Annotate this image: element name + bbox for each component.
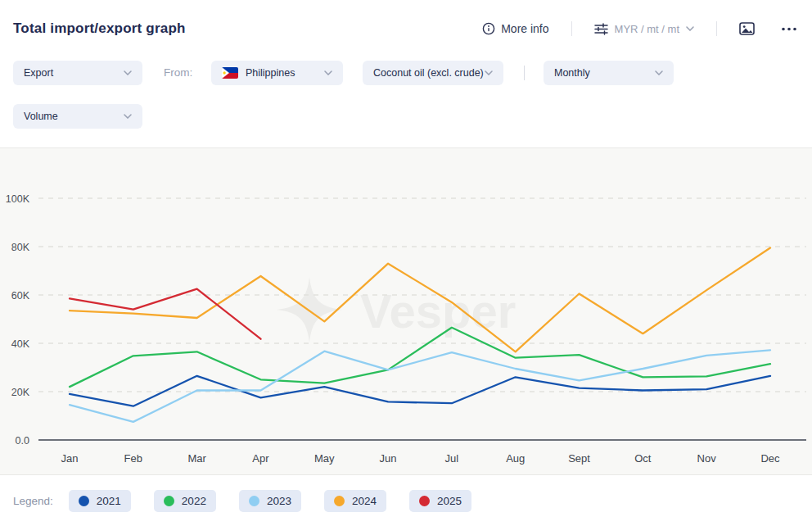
chevron-down-icon [655, 70, 663, 75]
export-image-button[interactable] [739, 22, 755, 35]
x-tick-label-Jul: Jul [445, 452, 459, 465]
x-tick-label-Dec: Dec [760, 452, 780, 465]
legend-item-2025[interactable]: 2025 [409, 490, 471, 512]
x-tick-label-Nov: Nov [697, 452, 717, 465]
legend-item-2023[interactable]: 2023 [239, 490, 301, 512]
chevron-down-icon [124, 70, 132, 75]
x-tick-label-Apr: Apr [252, 452, 269, 465]
legend-dot [79, 496, 89, 506]
legend-chips: 20212022202320242025 [69, 490, 471, 512]
chart-panel: Vesper100K80K60K40K20K0.0JanFebMarAprMay… [0, 147, 812, 475]
y-tick-label: 60K [11, 290, 30, 302]
legend-label: Legend: [13, 495, 53, 507]
philippines-flag-icon [222, 67, 238, 79]
unit-label: MYR / mt / mt [615, 23, 679, 35]
chevron-down-icon [324, 70, 332, 75]
header-toolbar: More info MYR / mt / mt [482, 17, 797, 40]
x-tick-label-Feb: Feb [124, 452, 142, 465]
x-tick-label-Sept: Sept [568, 452, 590, 465]
y-tick-label: 80K [11, 242, 30, 253]
direction-dropdown[interactable]: Export [13, 61, 142, 85]
legend-item-label: 2022 [182, 495, 206, 507]
more-info-button[interactable]: More info [482, 22, 548, 35]
y-tick-label: 0.0 [16, 435, 29, 447]
legend-dot [334, 496, 345, 506]
legend-dot [419, 496, 430, 506]
measure-dropdown-value: Volume [24, 111, 58, 122]
page-title: Total import/export graph [13, 20, 186, 37]
product-dropdown-value: Coconut oil (excl. crude) [373, 67, 484, 79]
legend-dot [249, 496, 259, 506]
more-info-label: More info [501, 22, 548, 35]
legend-item-2022[interactable]: 2022 [154, 490, 216, 512]
direction-dropdown-value: Export [24, 67, 53, 79]
import-export-line-chart: Vesper100K80K60K40K20K0.0JanFebMarAprMay… [0, 148, 812, 476]
y-tick-label: 40K [11, 338, 30, 350]
y-tick-label: 20K [11, 387, 30, 398]
divider [524, 66, 525, 80]
frequency-dropdown-value: Monthly [554, 67, 590, 79]
divider [571, 21, 572, 36]
svg-text:Vesper: Vesper [360, 284, 516, 338]
measure-dropdown[interactable]: Volume [13, 104, 142, 129]
legend-item-label: 2023 [267, 495, 291, 507]
chevron-down-icon [686, 26, 694, 31]
info-icon [482, 22, 495, 35]
divider [716, 21, 717, 36]
x-tick-label-Jun: Jun [380, 452, 397, 465]
x-tick-label-Jan: Jan [61, 452, 79, 465]
legend-item-label: 2024 [352, 495, 377, 507]
y-tick-label: 100K [6, 193, 30, 205]
frequency-dropdown[interactable]: Monthly [544, 61, 674, 85]
unit-selector[interactable]: MYR / mt / mt [594, 23, 694, 35]
sliders-icon [594, 23, 608, 35]
origin-country-value: Philippines [246, 67, 295, 79]
legend-item-2024[interactable]: 2024 [324, 490, 386, 512]
from-label: From: [164, 61, 192, 85]
more-options-button[interactable] [781, 27, 797, 31]
x-tick-label-Oct: Oct [634, 452, 652, 465]
chart-legend: Legend: 20212022202320242025 [13, 490, 471, 512]
legend-item-2021[interactable]: 2021 [69, 490, 131, 512]
vesper-watermark: Vesper [277, 277, 516, 342]
x-tick-label-May: May [314, 452, 335, 465]
legend-item-label: 2021 [97, 495, 121, 507]
legend-item-label: 2025 [437, 495, 462, 507]
legend-dot [164, 496, 174, 506]
series-line-2025[interactable] [70, 289, 261, 339]
origin-country-dropdown[interactable]: Philippines [211, 61, 343, 85]
chevron-down-icon [124, 114, 132, 119]
x-tick-label-Mar: Mar [187, 452, 206, 465]
chevron-down-icon [485, 70, 493, 75]
x-tick-label-Aug: Aug [506, 452, 525, 465]
product-dropdown[interactable]: Coconut oil (excl. crude) [363, 61, 503, 85]
